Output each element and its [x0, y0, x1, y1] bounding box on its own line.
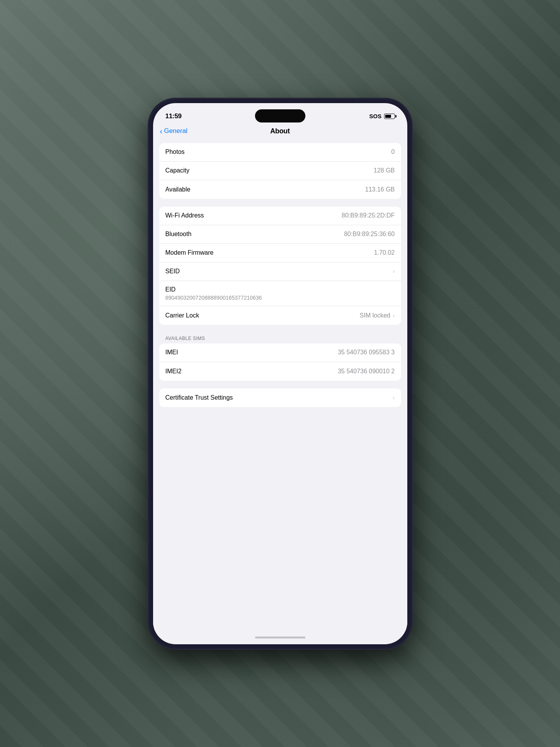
row-value-photos: 0 — [391, 148, 395, 155]
row-label-capacity: Capacity — [165, 167, 190, 174]
phone-frame: 11:59 SOS ‹ General About Photos 0 — [148, 98, 412, 649]
nav-bar: ‹ General About — [153, 126, 407, 140]
row-label-imei2: IMEI2 — [165, 368, 182, 375]
row-value-wifi: 80:B9:89:25:2D:DF — [342, 212, 395, 219]
row-value-eid: 89049032007208888900165377210636 — [165, 295, 262, 301]
phone-screen: 11:59 SOS ‹ General About Photos 0 — [153, 103, 407, 644]
row-label-bluetooth: Bluetooth — [165, 231, 192, 238]
status-right: SOS — [369, 113, 395, 119]
seid-chevron-icon: › — [393, 268, 395, 275]
row-label-seid: SEID — [165, 268, 180, 275]
row-label-certificate: Certificate Trust Settings — [165, 394, 233, 401]
home-bar — [255, 637, 305, 638]
home-indicator — [153, 631, 407, 644]
page-title: About — [270, 127, 289, 135]
settings-group-network: Wi-Fi Address 80:B9:89:25:2D:DF Bluetoot… — [159, 207, 401, 325]
row-certificate-right: › — [390, 394, 395, 401]
row-label-carrier: Carrier Lock — [165, 312, 199, 319]
row-wifi: Wi-Fi Address 80:B9:89:25:2D:DF — [159, 207, 401, 225]
battery-fill — [385, 115, 391, 118]
row-certificate[interactable]: Certificate Trust Settings › — [159, 388, 401, 407]
row-bluetooth: Bluetooth 80:B9:89:25:36:60 — [159, 225, 401, 244]
row-value-carrier: SIM locked — [360, 312, 390, 319]
settings-group-certificate: Certificate Trust Settings › — [159, 388, 401, 407]
row-seid-right: › — [390, 268, 395, 275]
row-modem: Modem Firmware 1.70.02 — [159, 244, 401, 262]
available-sims-header: Available SIMs — [159, 333, 401, 343]
row-label-wifi: Wi-Fi Address — [165, 212, 204, 219]
sos-label: SOS — [369, 113, 382, 119]
status-time: 11:59 — [165, 112, 182, 120]
row-carrier[interactable]: Carrier Lock SIM locked › — [159, 306, 401, 325]
battery-icon — [384, 114, 395, 119]
carrier-chevron-icon: › — [393, 312, 395, 319]
row-photos: Photos 0 — [159, 143, 401, 162]
content-area: Photos 0 Capacity 128 GB Available 113.1… — [153, 140, 407, 631]
row-label-modem: Modem Firmware — [165, 249, 214, 256]
row-available: Available 113.16 GB — [159, 180, 401, 199]
dynamic-island — [255, 109, 305, 122]
row-label-available: Available — [165, 186, 191, 193]
row-value-available: 113.16 GB — [365, 186, 395, 193]
row-seid[interactable]: SEID › — [159, 262, 401, 281]
row-label-imei1: IMEI — [165, 349, 178, 356]
row-eid: EID 89049032007208888900165377210636 — [159, 281, 401, 306]
row-value-imei1: 35 540736 095583 3 — [338, 349, 395, 356]
row-imei1: IMEI 35 540736 095583 3 — [159, 343, 401, 362]
row-imei2: IMEI2 35 540736 090010 2 — [159, 362, 401, 381]
row-label-eid: EID — [165, 286, 176, 293]
back-chevron-icon: ‹ — [160, 127, 163, 135]
row-value-modem: 1.70.02 — [374, 249, 395, 256]
certificate-chevron-icon: › — [393, 394, 395, 401]
row-label-photos: Photos — [165, 148, 185, 155]
row-capacity: Capacity 128 GB — [159, 162, 401, 180]
row-carrier-right: SIM locked › — [360, 312, 395, 319]
back-label: General — [164, 127, 187, 135]
row-value-imei2: 35 540736 090010 2 — [338, 368, 395, 375]
row-value-capacity: 128 GB — [374, 167, 395, 174]
settings-group-imei: IMEI 35 540736 095583 3 IMEI2 35 540736 … — [159, 343, 401, 381]
back-button[interactable]: ‹ General — [160, 127, 188, 135]
row-value-bluetooth: 80:B9:89:25:36:60 — [344, 231, 395, 238]
settings-group-storage: Photos 0 Capacity 128 GB Available 113.1… — [159, 143, 401, 199]
